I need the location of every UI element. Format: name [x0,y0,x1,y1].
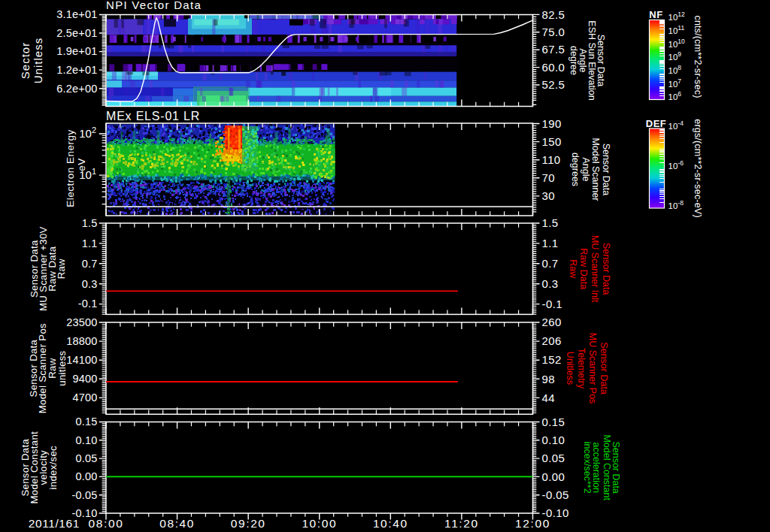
svg-text:2011/161: 2011/161 [29,517,80,530]
svg-text:Sensor Data: Sensor Data [599,342,609,394]
svg-text:MU Scanner Pos: MU Scanner Pos [587,333,598,404]
svg-text:unitless: unitless [56,350,68,385]
svg-text:Model Constant: Model Constant [602,434,612,500]
svg-text:1.5: 1.5 [542,216,559,229]
svg-text:1.1: 1.1 [82,237,98,249]
svg-text:Raw: Raw [568,259,578,279]
svg-text:67.5: 67.5 [542,43,565,56]
svg-text:10:40: 10:40 [373,517,408,530]
svg-text:Angle: Angle [581,158,591,182]
svg-text:2.5e+01: 2.5e+01 [56,27,97,39]
svg-text:-0.1: -0.1 [542,298,562,310]
svg-text:152: 152 [542,353,562,366]
svg-text:0.3: 0.3 [542,277,559,290]
svg-text:0.05: 0.05 [75,452,97,464]
svg-text:incex/sec**2: incex/sec**2 [582,442,593,494]
svg-text:110: 110 [542,153,561,166]
svg-text:12:00: 12:00 [515,517,550,530]
svg-text:6.2e+00: 6.2e+00 [56,83,97,95]
svg-text:index/sec: index/sec [47,446,59,490]
svg-text:Electron Energy: Electron Energy [65,129,76,207]
svg-text:52.5: 52.5 [542,78,565,91]
svg-text:0.7: 0.7 [82,258,98,270]
svg-text:1.5: 1.5 [82,217,98,229]
svg-text:11:20: 11:20 [444,517,479,530]
svg-text:NF: NF [649,9,662,20]
svg-text:98: 98 [542,373,556,385]
svg-text:44: 44 [542,391,556,404]
svg-text:4700: 4700 [72,391,97,404]
svg-text:14100: 14100 [66,354,97,366]
svg-text:MEx ELS-01 LR: MEx ELS-01 LR [106,110,200,122]
svg-text:60.0: 60.0 [542,61,565,74]
svg-text:260: 260 [542,316,562,328]
svg-text:Sensor Data: Sensor Data [601,243,611,295]
svg-text:cnts/(cm**2-sr-sec): cnts/(cm**2-sr-sec) [693,15,703,98]
svg-text:Telemetry: Telemetry [576,348,587,389]
svg-text:1.1: 1.1 [542,237,559,249]
svg-text:MU Scanner Inlt: MU Scanner Inlt [590,235,600,303]
svg-text:0.7: 0.7 [542,257,559,270]
svg-text:82.5: 82.5 [542,8,565,21]
svg-text:-0.1: -0.1 [78,298,98,310]
svg-text:08:00: 08:00 [89,517,124,530]
svg-text:NPI Vector Data: NPI Vector Data [106,0,202,11]
svg-text:150: 150 [542,135,562,148]
svg-text:0.15: 0.15 [75,416,97,428]
svg-text:0.10: 0.10 [75,434,97,446]
svg-text:0.05: 0.05 [542,452,565,464]
svg-text:Sensor Data: Sensor Data [601,144,611,196]
svg-text:0.15: 0.15 [542,416,565,428]
svg-text:0.10: 0.10 [542,434,565,446]
svg-text:Raw Data: Raw Data [578,248,589,289]
svg-text:eV: eV [76,158,87,171]
svg-text:Model Scanner: Model Scanner [590,138,601,201]
svg-text:Sector: Sector [19,42,32,79]
svg-text:DEF: DEF [646,118,667,129]
svg-text:degree: degree [568,46,579,75]
svg-text:206: 206 [542,334,562,347]
svg-text:70: 70 [542,171,556,184]
svg-text:0.00: 0.00 [542,470,565,483]
svg-text:1.9e+01: 1.9e+01 [56,45,97,57]
svg-text:23500: 23500 [66,316,97,328]
svg-text:75.0: 75.0 [542,26,565,38]
svg-text:190: 190 [542,117,562,130]
svg-text:Raw: Raw [56,258,67,279]
svg-text:09:20: 09:20 [231,517,266,530]
svg-text:30: 30 [542,189,556,202]
svg-text:18800: 18800 [66,335,97,347]
svg-text:3.1e+01: 3.1e+01 [56,8,97,20]
svg-text:10:00: 10:00 [302,517,337,530]
svg-text:1.2e+01: 1.2e+01 [56,64,97,76]
svg-text:Unitless: Unitless [565,352,575,385]
svg-text:0.3: 0.3 [82,278,98,290]
svg-text:-0.05: -0.05 [542,488,569,501]
svg-text:08:40: 08:40 [159,517,195,530]
svg-text:-0.05: -0.05 [71,489,97,501]
svg-text:9400: 9400 [72,373,97,385]
svg-text:degrees: degrees [570,153,581,186]
svg-text:Unitless: Unitless [32,38,44,83]
svg-text:ergs/(cm**2-sr-sec-eV): ergs/(cm**2-sr-sec-eV) [693,119,703,218]
svg-text:0.00: 0.00 [75,470,97,482]
